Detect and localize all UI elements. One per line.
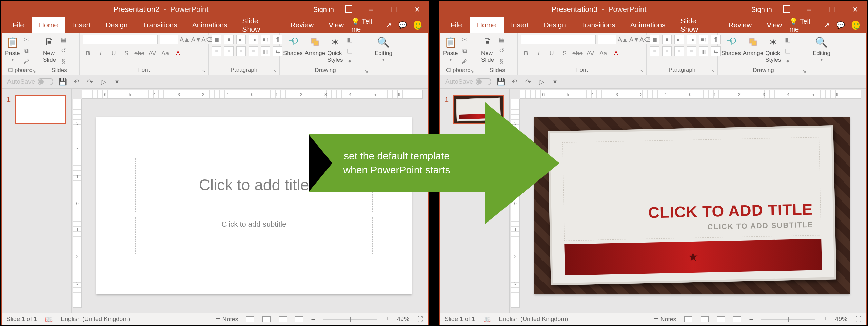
cut-button[interactable]: ✂ <box>460 35 469 44</box>
share-icon[interactable]: ↗ <box>386 21 392 29</box>
zoom-out-button[interactable]: – <box>311 315 315 323</box>
quick-styles-button[interactable]: ✶Quick Styles <box>765 35 781 63</box>
char-spacing-button[interactable]: AV <box>586 49 595 58</box>
tab-transitions[interactable]: Transitions <box>135 17 185 33</box>
new-slide-button[interactable]: 🗎New Slide <box>480 35 495 63</box>
notes-toggle[interactable]: ≐ Notes <box>653 315 676 323</box>
new-slide-button[interactable]: 🗎 New Slide <box>42 35 57 63</box>
subtitle-placeholder[interactable]: CLICK TO ADD SUBTITLE <box>707 220 813 232</box>
launcher-icon[interactable]: ↘ <box>364 69 368 74</box>
justify-button[interactable]: ≡ <box>687 46 696 56</box>
shape-outline-button[interactable]: ◫ <box>783 46 792 55</box>
tab-animations[interactable]: Animations <box>185 17 235 33</box>
tell-me[interactable]: 💡Tell me <box>789 17 817 33</box>
notes-toggle[interactable]: ≐ Notes <box>215 315 238 323</box>
paste-button[interactable]: 📋Paste▾ <box>443 35 458 62</box>
copy-button[interactable]: ⧉ <box>460 46 469 55</box>
layout-button[interactable]: ▦ <box>59 35 68 44</box>
normal-view-button[interactable] <box>684 316 692 322</box>
align-left-button[interactable]: ≡ <box>212 46 221 56</box>
line-spacing-button[interactable]: ≡↕ <box>699 35 708 44</box>
copy-button[interactable]: ⧉ <box>22 46 31 55</box>
close-button[interactable]: ✕ <box>846 2 864 17</box>
quick-styles-button[interactable]: ✶ Quick Styles <box>327 35 343 63</box>
change-case-button[interactable]: Aa <box>160 49 170 58</box>
close-button[interactable]: ✕ <box>408 2 426 17</box>
tab-home[interactable]: Home <box>470 17 504 33</box>
section-button[interactable]: § <box>497 57 506 66</box>
ribbon-display-options-icon[interactable] <box>339 2 357 17</box>
title-placeholder[interactable]: CLICK TO ADD TITLE <box>648 200 813 222</box>
line-spacing-button[interactable]: ≡↕ <box>261 35 270 44</box>
comments-icon[interactable]: 💬 <box>836 21 845 29</box>
paste-button[interactable]: 📋 Paste▾ <box>5 35 20 62</box>
spellcheck-icon[interactable]: 📖 <box>483 315 491 323</box>
slideshow-view-button[interactable] <box>733 316 741 322</box>
qat-customize-icon[interactable]: ▾ <box>551 78 559 86</box>
redo-button[interactable]: ↷ <box>86 78 94 86</box>
redo-button[interactable]: ↷ <box>524 78 532 86</box>
increase-indent-button[interactable]: ⇥ <box>249 35 258 44</box>
tab-file[interactable]: File <box>5 17 32 33</box>
save-button[interactable]: 💾 <box>497 78 505 86</box>
tab-transitions[interactable]: Transitions <box>573 17 623 33</box>
autosave-toggle[interactable]: AutoSave <box>7 78 53 85</box>
decrease-font-button[interactable]: A▼ <box>192 35 201 44</box>
shape-fill-button[interactable]: ◧ <box>783 35 792 44</box>
numbering-button[interactable]: ≡ <box>662 35 672 44</box>
language-indicator[interactable]: English (United Kingdom) <box>499 315 568 323</box>
sorter-view-button[interactable] <box>262 316 271 322</box>
tab-review[interactable]: Review <box>721 17 759 33</box>
launcher-icon[interactable]: ↘ <box>711 68 715 73</box>
shape-effects-button[interactable]: ✦ <box>783 57 792 66</box>
char-spacing-button[interactable]: AV <box>147 49 157 58</box>
underline-button[interactable]: U <box>547 49 556 58</box>
tab-file[interactable]: File <box>443 17 470 33</box>
increase-font-button[interactable]: A▲ <box>618 35 628 44</box>
bullets-button[interactable]: ≣ <box>212 35 221 44</box>
maximize-button[interactable]: ☐ <box>823 2 841 17</box>
cut-button[interactable]: ✂ <box>22 35 31 44</box>
arrange-button[interactable]: Arrange <box>743 35 763 57</box>
format-painter-button[interactable]: 🖌 <box>460 57 469 66</box>
strikethrough-button[interactable]: abc <box>573 49 582 58</box>
strikethrough-button[interactable]: abc <box>135 49 144 58</box>
undo-button[interactable]: ↶ <box>510 78 518 86</box>
tab-design[interactable]: Design <box>536 17 573 33</box>
editing-menu[interactable]: 🔍Editing▾ <box>813 35 830 62</box>
qat-customize-icon[interactable]: ▾ <box>113 78 121 86</box>
shape-effects-button[interactable]: ✦ <box>345 57 354 66</box>
numbering-button[interactable]: ≡ <box>224 35 234 44</box>
undo-button[interactable]: ↶ <box>72 78 80 86</box>
shapes-gallery[interactable]: Shapes <box>283 35 303 57</box>
launcher-icon[interactable]: ↘ <box>202 68 205 73</box>
shape-fill-button[interactable]: ◧ <box>345 35 354 44</box>
increase-font-button[interactable]: A▲ <box>180 35 190 44</box>
share-icon[interactable]: ↗ <box>824 21 830 29</box>
launcher-icon[interactable]: ↘ <box>32 69 36 74</box>
sorter-view-button[interactable] <box>701 316 709 322</box>
decrease-font-button[interactable]: A▼ <box>630 35 639 44</box>
fit-to-window-button[interactable]: ⛶ <box>417 315 423 323</box>
reset-button[interactable]: ↺ <box>497 46 506 55</box>
reset-button[interactable]: ↺ <box>59 46 68 55</box>
font-color-button[interactable]: A <box>611 49 621 58</box>
italic-button[interactable]: I <box>96 49 105 58</box>
autosave-toggle[interactable]: AutoSave <box>445 78 491 85</box>
slide-thumbnails-pane[interactable]: 1 <box>2 89 72 313</box>
sign-in-link[interactable]: Sign in <box>751 6 772 14</box>
spellcheck-icon[interactable]: 📖 <box>45 315 53 323</box>
change-case-button[interactable]: Aa <box>598 49 608 58</box>
zoom-slider[interactable] <box>323 319 377 320</box>
italic-button[interactable]: I <box>534 49 544 58</box>
shape-outline-button[interactable]: ◫ <box>345 46 354 55</box>
align-center-button[interactable]: ≡ <box>662 46 672 56</box>
tab-animations[interactable]: Animations <box>623 17 673 33</box>
sign-in-link[interactable]: Sign in <box>313 6 334 14</box>
font-color-button[interactable]: A <box>173 49 183 58</box>
text-shadow-button[interactable]: S <box>560 49 569 58</box>
tell-me[interactable]: 💡Tell me <box>351 17 379 33</box>
start-from-beginning-button[interactable]: ▷ <box>99 78 107 86</box>
slide-editor[interactable]: CLICK TO ADD TITLE CLICK TO ADD SUBTITLE <box>534 117 850 294</box>
align-center-button[interactable]: ≡ <box>224 46 234 56</box>
